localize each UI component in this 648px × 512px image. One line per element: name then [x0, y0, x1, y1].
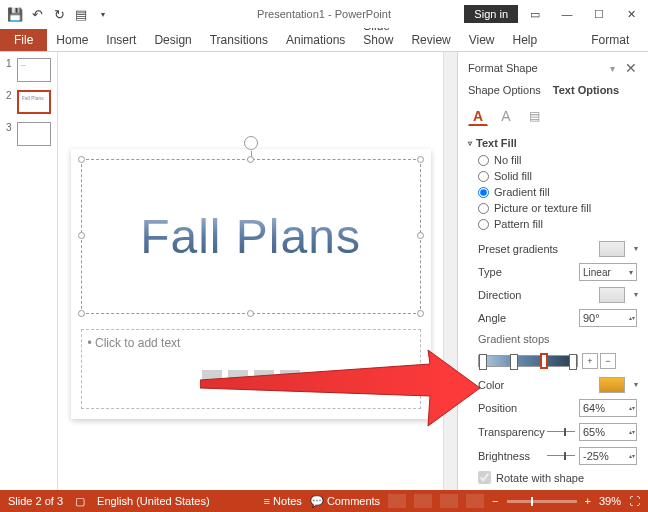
home-tab[interactable]: Home — [47, 29, 97, 51]
maximize-icon[interactable]: ☐ — [584, 2, 614, 26]
vertical-scrollbar[interactable] — [443, 52, 457, 490]
content-placeholder[interactable]: • Click to add text — [81, 329, 421, 409]
transparency-slider[interactable] — [547, 426, 575, 438]
resize-handle[interactable] — [78, 156, 85, 163]
resize-handle[interactable] — [78, 310, 85, 317]
text-fill-section[interactable]: ▿Text Fill — [468, 134, 637, 152]
rotate-handle[interactable] — [244, 136, 258, 150]
ribbon-tabs: File Home Insert Design Transitions Anim… — [0, 28, 648, 52]
text-fill-outline-icon[interactable]: A — [468, 106, 488, 126]
normal-view-icon[interactable] — [388, 494, 406, 508]
transparency-label: Transparency — [478, 426, 547, 438]
thumbnail-2[interactable]: 2Fall Plans — [6, 90, 51, 114]
pattern-fill-radio[interactable]: Pattern fill — [468, 216, 637, 232]
zoom-out-icon[interactable]: − — [492, 495, 498, 507]
preset-dropdown[interactable] — [599, 241, 625, 257]
content-icons — [88, 370, 414, 388]
gradient-stop[interactable] — [569, 354, 577, 370]
view-tab[interactable]: View — [460, 29, 504, 51]
zoom-in-icon[interactable]: + — [585, 495, 591, 507]
thumbnail-3[interactable]: 3 — [6, 122, 51, 146]
resize-handle[interactable] — [417, 232, 424, 239]
shape-options-tab[interactable]: Shape Options — [468, 84, 541, 100]
start-icon[interactable]: ▤ — [72, 5, 90, 23]
text-effects-icon[interactable]: A — [496, 106, 516, 126]
language-indicator[interactable]: English (United States) — [97, 495, 210, 507]
position-input[interactable]: 64%▴▾ — [579, 399, 637, 417]
design-tab[interactable]: Design — [145, 29, 200, 51]
text-options-tab[interactable]: Text Options — [553, 84, 619, 100]
table-icon[interactable] — [202, 370, 222, 388]
textbox-icon[interactable]: ▤ — [524, 106, 544, 126]
workspace: 1— 2Fall Plans 3 Fall Plans • Click to a… — [0, 52, 648, 490]
minimize-icon[interactable]: — — [552, 2, 582, 26]
close-icon[interactable]: ✕ — [616, 2, 646, 26]
3d-icon[interactable] — [280, 370, 300, 388]
color-dropdown[interactable] — [599, 377, 625, 393]
signin-button[interactable]: Sign in — [464, 5, 518, 23]
title-text[interactable]: Fall Plans — [140, 209, 361, 264]
sorter-view-icon[interactable] — [414, 494, 432, 508]
gradient-stops-bar[interactable] — [478, 355, 578, 367]
brightness-slider[interactable] — [547, 450, 575, 462]
resize-handle[interactable] — [417, 156, 424, 163]
ribbon-options-icon[interactable]: ▭ — [520, 2, 550, 26]
zoom-slider[interactable] — [507, 500, 577, 503]
no-fill-radio[interactable]: No fill — [468, 152, 637, 168]
preset-label: Preset gradients — [478, 243, 595, 255]
title-textbox[interactable]: Fall Plans — [81, 159, 421, 314]
slide: Fall Plans • Click to add text — [71, 149, 431, 419]
notes-button[interactable]: ≡ Notes — [264, 495, 302, 507]
type-dropdown[interactable]: Linear — [579, 263, 637, 281]
rotate-checkbox[interactable]: Rotate with shape — [468, 468, 637, 487]
smartart-icon[interactable] — [254, 370, 274, 388]
transparency-input[interactable]: 65%▴▾ — [579, 423, 637, 441]
direction-dropdown[interactable] — [599, 287, 625, 303]
undo-icon[interactable]: ↶ — [28, 5, 46, 23]
format-shape-pane: Format Shape ▾ ✕ Shape Options Text Opti… — [457, 52, 647, 490]
slide-thumbnails: 1— 2Fall Plans 3 — [0, 52, 58, 490]
picture-fill-radio[interactable]: Picture or texture fill — [468, 200, 637, 216]
qat-dropdown-icon[interactable]: ▾ — [94, 5, 112, 23]
insert-tab[interactable]: Insert — [97, 29, 145, 51]
position-label: Position — [478, 402, 579, 414]
redo-icon[interactable]: ↻ — [50, 5, 68, 23]
chart-icon[interactable] — [228, 370, 248, 388]
format-tab[interactable]: Format — [582, 29, 638, 51]
brightness-input[interactable]: -25%▴▾ — [579, 447, 637, 465]
slide-indicator[interactable]: Slide 2 of 3 — [8, 495, 63, 507]
status-bar: Slide 2 of 3 ▢ English (United States) ≡… — [0, 490, 648, 512]
gradient-stop[interactable] — [479, 354, 487, 370]
comments-button[interactable]: 💬 Comments — [310, 495, 380, 508]
slide-canvas[interactable]: Fall Plans • Click to add text — [58, 52, 443, 490]
resize-handle[interactable] — [247, 310, 254, 317]
save-icon[interactable]: 💾 — [6, 5, 24, 23]
solid-fill-radio[interactable]: Solid fill — [468, 168, 637, 184]
spell-icon[interactable]: ▢ — [75, 495, 85, 508]
gradient-stop[interactable] — [540, 353, 548, 369]
gradient-stop[interactable] — [510, 354, 518, 370]
review-tab[interactable]: Review — [402, 29, 459, 51]
angle-label: Angle — [478, 312, 579, 324]
reading-view-icon[interactable] — [440, 494, 458, 508]
pane-dropdown-icon[interactable]: ▾ — [610, 63, 615, 74]
add-stop-icon[interactable]: + — [582, 353, 598, 369]
resize-handle[interactable] — [417, 310, 424, 317]
fit-icon[interactable]: ⛶ — [629, 495, 640, 507]
thumbnail-1[interactable]: 1— — [6, 58, 51, 82]
angle-input[interactable]: 90°▴▾ — [579, 309, 637, 327]
pane-close-icon[interactable]: ✕ — [625, 60, 637, 76]
gradient-fill-radio[interactable]: Gradient fill — [468, 184, 637, 200]
zoom-level[interactable]: 39% — [599, 495, 621, 507]
gradient-stops-label: Gradient stops — [468, 330, 637, 348]
remove-stop-icon[interactable]: − — [600, 353, 616, 369]
slideshow-view-icon[interactable] — [466, 494, 484, 508]
file-tab[interactable]: File — [0, 29, 47, 51]
title-bar: 💾 ↶ ↻ ▤ ▾ Presentation1 - PowerPoint Sig… — [0, 0, 648, 28]
resize-handle[interactable] — [78, 232, 85, 239]
animations-tab[interactable]: Animations — [277, 29, 354, 51]
transitions-tab[interactable]: Transitions — [201, 29, 277, 51]
resize-handle[interactable] — [247, 156, 254, 163]
brightness-label: Brightness — [478, 450, 547, 462]
help-tab[interactable]: Help — [504, 29, 547, 51]
